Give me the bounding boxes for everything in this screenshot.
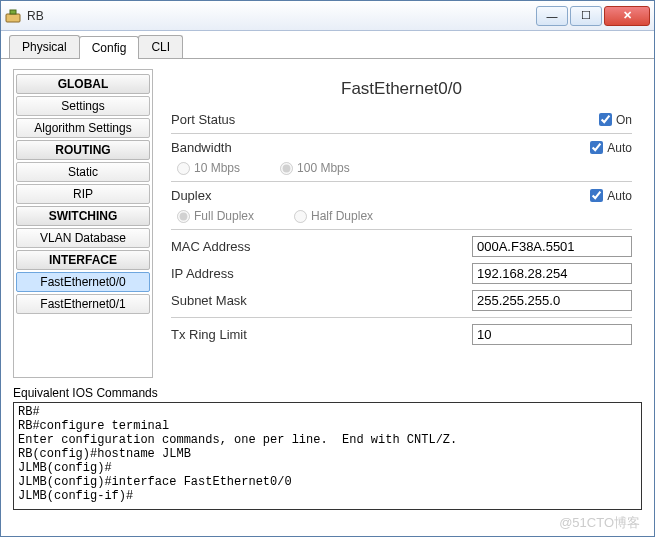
window-title: RB [27, 9, 536, 23]
ios-commands-output[interactable]: RB# RB#configure terminal Enter configur… [13, 402, 642, 510]
duplex-full-label: Full Duplex [194, 209, 254, 223]
mac-input[interactable] [472, 236, 632, 257]
sidebar-item-algorithm-settings[interactable]: Algorithm Settings [16, 118, 150, 138]
bandwidth-100-label: 100 Mbps [297, 161, 350, 175]
bandwidth-auto-label: Auto [607, 141, 632, 155]
bandwidth-label: Bandwidth [171, 140, 291, 155]
duplex-options-row: Full Duplex Half Duplex [171, 206, 632, 226]
bandwidth-10-label: 10 Mbps [194, 161, 240, 175]
separator [171, 229, 632, 230]
maximize-button[interactable]: ☐ [570, 6, 602, 26]
separator [171, 317, 632, 318]
sidebar-item-vlan-database[interactable]: VLAN Database [16, 228, 150, 248]
section-switching: SWITCHING [16, 206, 150, 226]
section-global: GLOBAL [16, 74, 150, 94]
duplex-auto-label: Auto [607, 189, 632, 203]
port-status-checkbox[interactable] [599, 113, 612, 126]
config-body: GLOBAL Settings Algorithm Settings ROUTI… [1, 59, 654, 384]
duplex-half-label: Half Duplex [311, 209, 373, 223]
mac-row: MAC Address [171, 233, 632, 260]
bandwidth-auto-checkbox[interactable] [590, 141, 603, 154]
sidebar-item-settings[interactable]: Settings [16, 96, 150, 116]
port-status-label: Port Status [171, 112, 291, 127]
section-routing: ROUTING [16, 140, 150, 160]
sidebar-item-rip[interactable]: RIP [16, 184, 150, 204]
mask-row: Subnet Mask [171, 287, 632, 314]
sidebar-item-fastethernet-0-0[interactable]: FastEthernet0/0 [16, 272, 150, 292]
app-icon [5, 8, 21, 24]
duplex-half-option[interactable]: Half Duplex [294, 209, 373, 223]
mask-label: Subnet Mask [171, 293, 351, 308]
bandwidth-options-row: 10 Mbps 100 Mbps [171, 158, 632, 178]
svg-rect-0 [6, 14, 20, 22]
close-button[interactable]: ✕ [604, 6, 650, 26]
duplex-label: Duplex [171, 188, 291, 203]
config-sidebar[interactable]: GLOBAL Settings Algorithm Settings ROUTI… [13, 69, 153, 378]
panel-title: FastEthernet0/0 [171, 79, 632, 99]
ios-commands-label: Equivalent IOS Commands [1, 386, 654, 400]
tab-bar: Physical Config CLI [1, 31, 654, 59]
duplex-auto-checkbox[interactable] [590, 189, 603, 202]
window-controls: — ☐ ✕ [536, 6, 650, 26]
titlebar: RB — ☐ ✕ [1, 1, 654, 31]
txring-label: Tx Ring Limit [171, 327, 351, 342]
sidebar-item-fastethernet-0-1[interactable]: FastEthernet0/1 [16, 294, 150, 314]
ip-row: IP Address [171, 260, 632, 287]
section-interface: INTERFACE [16, 250, 150, 270]
txring-row: Tx Ring Limit [171, 321, 632, 348]
separator [171, 181, 632, 182]
ip-label: IP Address [171, 266, 351, 281]
duplex-row: Duplex Auto [171, 185, 632, 206]
port-status-row: Port Status On [171, 109, 632, 130]
txring-input[interactable] [472, 324, 632, 345]
port-status-on-label: On [616, 113, 632, 127]
minimize-button[interactable]: — [536, 6, 568, 26]
tab-physical[interactable]: Physical [9, 35, 80, 58]
sidebar-item-static[interactable]: Static [16, 162, 150, 182]
tab-cli[interactable]: CLI [138, 35, 183, 58]
tab-config[interactable]: Config [79, 36, 140, 59]
separator [171, 133, 632, 134]
bandwidth-row: Bandwidth Auto [171, 137, 632, 158]
bandwidth-10-option[interactable]: 10 Mbps [177, 161, 240, 175]
svg-rect-1 [10, 10, 16, 14]
mask-input[interactable] [472, 290, 632, 311]
watermark: @51CTO博客 [559, 514, 640, 532]
app-window: RB — ☐ ✕ Physical Config CLI GLOBAL Sett… [0, 0, 655, 537]
bandwidth-100-option[interactable]: 100 Mbps [280, 161, 350, 175]
duplex-full-option[interactable]: Full Duplex [177, 209, 254, 223]
ip-input[interactable] [472, 263, 632, 284]
interface-panel: FastEthernet0/0 Port Status On Bandwidth… [165, 69, 642, 378]
mac-label: MAC Address [171, 239, 351, 254]
